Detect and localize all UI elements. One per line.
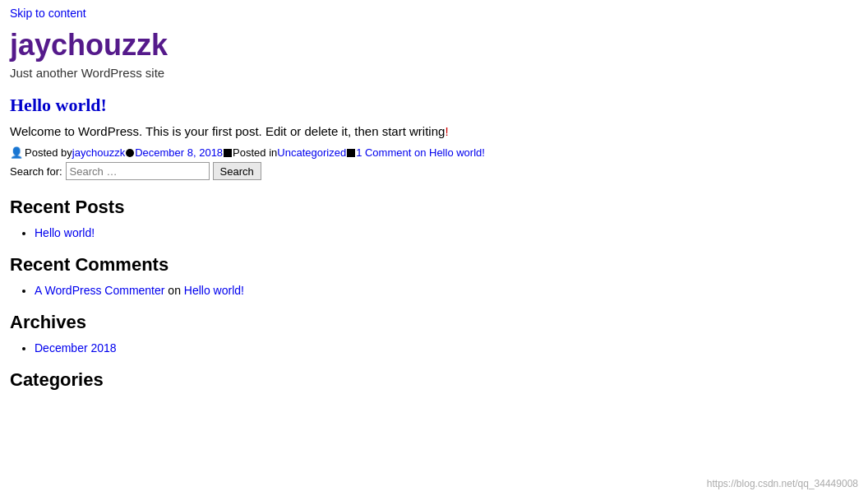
- comment-link[interactable]: 1 Comment on Hello world!: [356, 146, 485, 159]
- recent-post-link-0[interactable]: Hello world!: [35, 226, 95, 239]
- posted-by-label: Posted by: [25, 146, 72, 159]
- author-link[interactable]: jaychouzzk: [72, 146, 125, 159]
- commenter-link[interactable]: A WordPress Commenter: [35, 284, 164, 297]
- categories-title: Categories: [10, 369, 858, 391]
- categories-section: Categories: [10, 369, 858, 391]
- search-label: Search for:: [10, 165, 62, 178]
- search-row: Search for: Search: [10, 162, 858, 180]
- post-meta: 👤 Posted by jaychouzzk December 8, 2018 …: [10, 146, 858, 159]
- site-title-link[interactable]: jaychouzzk: [10, 28, 858, 63]
- archive-link-0[interactable]: December 2018: [35, 341, 117, 355]
- search-button[interactable]: Search: [213, 162, 261, 180]
- category-link[interactable]: Uncategorized: [277, 146, 346, 159]
- archives-title: Archives: [10, 312, 858, 333]
- site-tagline: Just another WordPress site: [10, 66, 858, 80]
- recent-posts-section: Recent Posts Hello world!: [10, 197, 858, 239]
- on-label: on: [168, 284, 183, 297]
- recent-comments-section: Recent Comments A WordPress Commenter on…: [10, 254, 858, 297]
- list-item: Hello world!: [35, 226, 858, 239]
- skip-to-content-link[interactable]: Skip to content: [10, 7, 858, 20]
- recent-comments-title: Recent Comments: [10, 254, 858, 276]
- comment-icon: [347, 149, 355, 157]
- search-input[interactable]: [66, 162, 210, 180]
- category-icon: [224, 149, 232, 157]
- recent-posts-list: Hello world!: [10, 226, 858, 239]
- list-item: A WordPress Commenter on Hello world!: [35, 284, 858, 297]
- archives-section: Archives December 2018: [10, 312, 858, 355]
- date-link[interactable]: December 8, 2018: [135, 146, 223, 159]
- person-icon: 👤: [10, 146, 23, 159]
- exclamation: !: [445, 124, 448, 138]
- post-content: Welcome to WordPress. This is your first…: [10, 124, 858, 138]
- watermark: https://blog.csdn.net/qq_34449008: [707, 478, 858, 489]
- clock-icon: [126, 149, 134, 157]
- recent-comments-list: A WordPress Commenter on Hello world!: [10, 284, 858, 297]
- recent-posts-title: Recent Posts: [10, 197, 858, 218]
- archives-list: December 2018: [10, 341, 858, 355]
- list-item: December 2018: [35, 341, 858, 355]
- commented-post-link[interactable]: Hello world!: [184, 284, 244, 297]
- posted-in-label: Posted in: [233, 146, 277, 159]
- comment-entry: A WordPress Commenter on Hello world!: [35, 284, 244, 297]
- post-title-link[interactable]: Hello world!: [10, 95, 858, 116]
